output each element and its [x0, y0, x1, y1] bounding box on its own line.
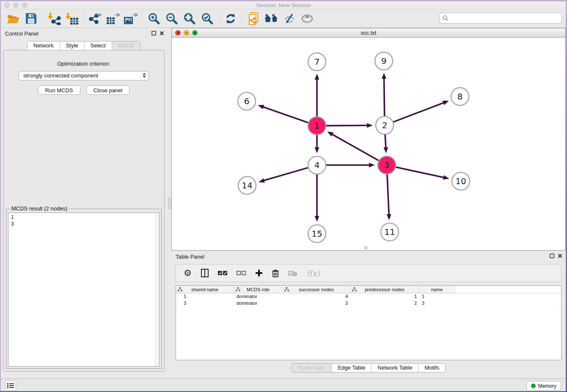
graph-node-7[interactable]: 7	[308, 53, 326, 71]
column-header-mcds-role[interactable]: MCDS role	[234, 286, 283, 293]
maximize-window-icon[interactable]	[22, 3, 28, 8]
graph-edge-1-6[interactable]	[258, 105, 308, 123]
tab-mcds[interactable]: MCDS	[112, 41, 140, 50]
select-all-button[interactable]	[218, 270, 227, 276]
tab-edge-table[interactable]: Edge Table	[332, 364, 372, 372]
graph-node-8[interactable]: 8	[451, 88, 469, 105]
graph-node-6[interactable]: 6	[238, 92, 256, 110]
deselect-all-button[interactable]	[237, 270, 246, 276]
column-header-successor-nodes[interactable]: successor nodes	[283, 286, 350, 293]
network-maximize-icon[interactable]	[192, 30, 198, 36]
table-row[interactable]: 3 dominator 3 2 3	[176, 300, 561, 307]
network-close-icon[interactable]	[175, 30, 181, 36]
mcds-result-item[interactable]: 3	[11, 221, 159, 227]
delete-table-button[interactable]	[288, 270, 297, 276]
table-settings-button[interactable]: ⚙	[184, 269, 192, 278]
graph-edge-4-14[interactable]	[259, 168, 308, 182]
network-minimize-icon[interactable]	[184, 30, 189, 36]
cell-successor-nodes[interactable]: 3	[283, 300, 350, 307]
import-table-button[interactable]	[63, 11, 81, 26]
graph-edge-3-10[interactable]	[396, 167, 449, 180]
preview-eye-button[interactable]	[298, 11, 316, 26]
graph-edge-4-15[interactable]	[315, 174, 319, 222]
close-panel-button[interactable]: Close panel	[86, 86, 130, 95]
zoom-fit-button[interactable]	[181, 11, 198, 26]
zoom-out-button[interactable]	[163, 11, 181, 26]
panel-splitter[interactable]	[168, 28, 171, 378]
cell-mcds-role[interactable]: dominator	[234, 300, 283, 307]
column-header-name[interactable]: name	[419, 286, 455, 293]
minimize-window-icon[interactable]	[13, 3, 19, 8]
network-window-titlebar[interactable]: scc.txt	[172, 28, 565, 38]
table-row[interactable]: 1 dominator 4 1 1	[176, 293, 561, 300]
run-mcds-button[interactable]: Run MCDS	[38, 86, 80, 95]
network-canvas[interactable]: 7968124314101511	[172, 38, 565, 250]
tab-network-table[interactable]: Network Table	[372, 364, 418, 372]
tab-select[interactable]: Select	[85, 41, 112, 50]
export-table-button[interactable]	[104, 11, 122, 26]
clone-network-button[interactable]	[245, 11, 263, 26]
tab-style[interactable]: Style	[60, 41, 85, 50]
task-history-button[interactable]	[5, 381, 16, 391]
save-session-button[interactable]	[22, 11, 40, 26]
column-header-predecessor-nodes[interactable]: predecessor nodes	[350, 286, 419, 293]
splitter-handle[interactable]	[168, 197, 171, 209]
add-column-button[interactable]	[255, 269, 263, 277]
export-image-button[interactable]	[122, 11, 140, 26]
graph-edge-2-9[interactable]	[382, 73, 386, 116]
graph-node-9[interactable]: 9	[375, 52, 393, 70]
graph-edge-1-7[interactable]	[315, 74, 319, 116]
graph-node-11[interactable]: 11	[381, 223, 399, 241]
export-network-button[interactable]	[86, 11, 104, 26]
graph-edge-4-3[interactable]	[326, 163, 375, 168]
graph-edge-2-8[interactable]	[394, 101, 449, 122]
horizontal-splitter-handle[interactable]	[364, 246, 367, 249]
close-table-panel-icon[interactable]	[558, 254, 562, 258]
result-scrollbar[interactable]	[155, 213, 159, 366]
tab-network[interactable]: Network	[28, 41, 60, 50]
import-network-button[interactable]	[45, 11, 63, 26]
criterion-dropdown[interactable]: strongly connected component	[19, 71, 149, 80]
graph-node-2[interactable]: 2	[376, 116, 394, 134]
toggle-style-button[interactable]	[281, 11, 298, 26]
global-search[interactable]	[439, 13, 562, 24]
tab-node-table[interactable]: Node Table	[292, 364, 332, 372]
window-traffic-lights[interactable]	[4, 3, 28, 8]
close-window-icon[interactable]	[4, 3, 10, 8]
network-graph[interactable]: 7968124314101511	[172, 38, 565, 251]
graph-node-15[interactable]: 15	[308, 225, 326, 243]
cell-name[interactable]: 1	[419, 293, 455, 300]
cell-shared-name[interactable]: 1	[176, 293, 234, 300]
zoom-in-button[interactable]	[145, 11, 163, 26]
memory-button[interactable]: Memory	[526, 381, 561, 391]
graph-node-1[interactable]: 1	[308, 117, 326, 135]
tab-motifs[interactable]: Motifs	[418, 364, 445, 372]
open-session-button[interactable]	[4, 11, 22, 26]
graph-edge-1-2[interactable]	[326, 123, 373, 128]
graph-node-4[interactable]: 4	[308, 156, 326, 174]
column-view-button[interactable]	[201, 269, 209, 277]
graph-edge-2-3[interactable]	[383, 135, 388, 153]
function-builder-button[interactable]: f(x)	[307, 269, 320, 278]
mcds-result-item[interactable]: 1	[11, 214, 159, 221]
float-panel-icon[interactable]	[151, 31, 156, 36]
cell-predecessor-nodes[interactable]: 1	[350, 293, 419, 300]
zoom-selected-button[interactable]	[198, 11, 216, 26]
graph-edge-3-11[interactable]	[387, 174, 391, 220]
cell-successor-nodes[interactable]: 4	[283, 293, 350, 300]
search-input[interactable]	[449, 14, 561, 22]
close-panel-icon[interactable]	[160, 31, 164, 36]
cell-shared-name[interactable]: 3	[176, 300, 234, 307]
float-table-panel-icon[interactable]	[550, 254, 554, 258]
apply-layout-button[interactable]	[222, 11, 239, 26]
delete-column-button[interactable]	[272, 269, 279, 277]
graph-node-10[interactable]: 10	[452, 172, 470, 190]
cell-mcds-role[interactable]: dominator	[234, 293, 283, 300]
cell-predecessor-nodes[interactable]: 2	[350, 300, 419, 307]
graph-edge-3-1[interactable]	[327, 132, 378, 160]
cell-name[interactable]: 3	[419, 300, 455, 307]
graph-node-3[interactable]: 3	[378, 156, 396, 174]
graph-edge-1-4[interactable]	[315, 135, 319, 153]
column-header-shared-name[interactable]: shared name	[176, 286, 234, 293]
mcds-result-list[interactable]: 1 3	[8, 213, 160, 367]
